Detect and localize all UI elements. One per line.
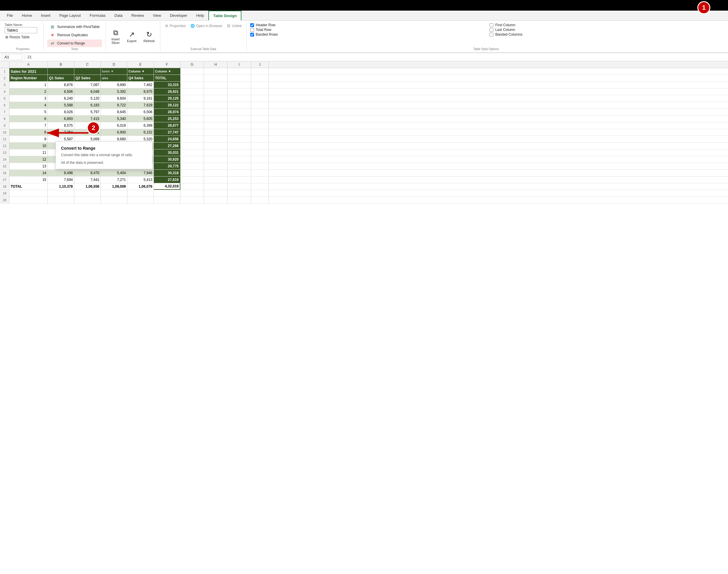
cell-I-3[interactable] (228, 82, 251, 88)
cell-total-q1[interactable]: 1,10,378 (48, 183, 74, 190)
cell-q3-16[interactable]: 5,404 (101, 170, 127, 176)
cell-q1-10[interactable]: 7,354 (48, 129, 74, 135)
cell-q1-9[interactable]: 8,575 (48, 122, 74, 129)
cell-H-3[interactable] (204, 82, 228, 88)
tab-home[interactable]: Home (17, 11, 37, 20)
tab-file[interactable]: File (2, 11, 17, 20)
cell-H2[interactable] (204, 75, 228, 81)
cell-H-15[interactable] (204, 163, 228, 169)
cell-I1[interactable] (228, 68, 251, 75)
cell-total-11[interactable]: 24,656 (154, 136, 180, 142)
open-browser-button[interactable]: 🌐 Open in Browser (189, 23, 224, 29)
col-header-H[interactable]: H (204, 61, 228, 68)
summarize-pivottable-button[interactable]: ⊞ Summarize with PivotTable (47, 23, 102, 31)
cell-J-3[interactable] (251, 82, 269, 88)
cell-G-3[interactable] (180, 82, 204, 88)
cell-I-11[interactable] (228, 136, 251, 142)
cell-total-15[interactable]: 29,775 (154, 163, 180, 169)
cell-q2-3[interactable]: 7,087 (74, 82, 101, 88)
cell-q2-8[interactable]: 7,415 (74, 116, 101, 122)
tab-help[interactable]: Help (192, 11, 209, 20)
remove-duplicates-button[interactable]: ✕ Remove Duplicates (47, 31, 102, 39)
cell-region-8[interactable]: 6 (9, 116, 48, 122)
cell-region-14[interactable]: 12 (9, 156, 48, 163)
cell-q4-8[interactable]: 5,605 (127, 116, 154, 122)
cell-G-8[interactable] (180, 116, 204, 122)
first-column-checkbox-label[interactable]: First Column (490, 23, 722, 27)
cell-I-7[interactable] (228, 109, 251, 115)
cell-I-17[interactable] (228, 176, 251, 183)
col-header-A[interactable]: A (9, 61, 48, 68)
cell-B20[interactable] (48, 197, 74, 203)
cell-region-10[interactable]: 8 (9, 129, 48, 135)
cell-q4-16[interactable]: 7,946 (127, 170, 154, 176)
cell-total-6[interactable]: 29,122 (154, 102, 180, 109)
cell-I2[interactable] (228, 75, 251, 81)
total-row-checkbox-label[interactable]: Total Row (250, 28, 483, 32)
col-header-J[interactable]: J (251, 61, 269, 68)
cell-A20[interactable] (9, 197, 48, 203)
cell-total-17[interactable]: 27,819 (154, 176, 180, 183)
cell-q1-17[interactable]: 7,694 (48, 176, 74, 183)
cell-G-12[interactable] (180, 142, 204, 149)
cell-J-8[interactable] (251, 116, 269, 122)
cell-D20[interactable] (101, 197, 127, 203)
cell-H-5[interactable] (204, 95, 228, 101)
cell-G20[interactable] (180, 197, 204, 203)
cell-H20[interactable] (204, 197, 228, 203)
cell-D1[interactable]: lumn ▼ (101, 68, 127, 75)
cell-region-12[interactable]: 10 (9, 142, 48, 149)
cell-H1[interactable] (204, 68, 228, 75)
col-header-G[interactable]: G (180, 61, 204, 68)
cell-G-13[interactable] (180, 150, 204, 156)
cell-D19[interactable] (101, 190, 127, 197)
cell-I-15[interactable] (228, 163, 251, 169)
cell-H19[interactable] (204, 190, 228, 197)
cell-I19[interactable] (228, 190, 251, 197)
cell-total-4[interactable]: 28,921 (154, 88, 180, 95)
cell-G-9[interactable] (180, 122, 204, 129)
first-column-checkbox[interactable] (490, 23, 493, 27)
cell-G-11[interactable] (180, 136, 204, 142)
cell-J2[interactable] (251, 75, 269, 81)
cell-E20[interactable] (127, 197, 154, 203)
cell-G-6[interactable] (180, 102, 204, 109)
cell-region-17[interactable]: 15 (9, 176, 48, 183)
cell-H-6[interactable] (204, 102, 228, 109)
last-column-checkbox[interactable] (490, 28, 493, 32)
cell-q2-10[interactable]: 7,341 (74, 129, 101, 135)
cell-F2[interactable]: TOTAL (154, 75, 180, 81)
refresh-button[interactable]: ↻ Refresh (140, 29, 158, 44)
cell-q4-17[interactable]: 5,413 (127, 176, 154, 183)
cell-total-16[interactable]: 30,318 (154, 170, 180, 176)
cell-G-16[interactable] (180, 170, 204, 176)
cell-q4-6[interactable]: 7,629 (127, 102, 154, 109)
cell-total-7[interactable]: 28,974 (154, 109, 180, 115)
table-name-input[interactable] (5, 27, 37, 33)
cell-q3-5[interactable]: 8,604 (101, 95, 127, 101)
total-row-checkbox[interactable] (250, 28, 254, 32)
cell-q1-7[interactable]: 8,026 (48, 109, 74, 115)
header-row-checkbox[interactable] (250, 23, 254, 27)
cell-q1-16[interactable]: 8,498 (48, 170, 74, 176)
cell-J-14[interactable] (251, 156, 269, 163)
cell-J-5[interactable] (251, 95, 269, 101)
cell-G-4[interactable] (180, 88, 204, 95)
cell-q4-5[interactable]: 9,161 (127, 95, 154, 101)
cell-I-12[interactable] (228, 142, 251, 149)
cell-q2-16[interactable]: 8,470 (74, 170, 101, 176)
cell-total-H[interactable] (204, 183, 228, 190)
cell-total-I[interactable] (228, 183, 251, 190)
cell-J-15[interactable] (251, 163, 269, 169)
cell-H-13[interactable] (204, 150, 228, 156)
cell-J-9[interactable] (251, 122, 269, 129)
banded-rows-checkbox-label[interactable]: Banded Rows (250, 32, 483, 37)
col-header-I[interactable]: I (228, 61, 251, 68)
cell-H-7[interactable] (204, 109, 228, 115)
tab-table-design[interactable]: Table Design (208, 11, 241, 20)
cell-H-10[interactable] (204, 129, 228, 135)
cell-I20[interactable] (228, 197, 251, 203)
tab-data[interactable]: Data (110, 11, 127, 20)
cell-I-10[interactable] (228, 129, 251, 135)
cell-q3-4[interactable]: 5,392 (101, 88, 127, 95)
